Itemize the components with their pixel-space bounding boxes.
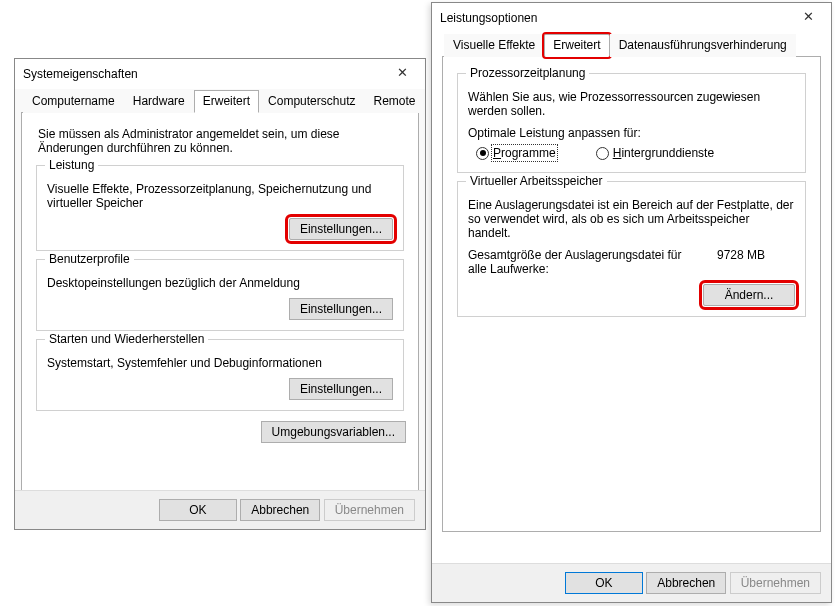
group-title-starten: Starten und Wiederherstellen bbox=[45, 332, 208, 346]
tab-dep[interactable]: Datenausführungsverhinderung bbox=[610, 34, 796, 57]
tab-computername[interactable]: Computername bbox=[23, 90, 124, 113]
performance-options-window: Leistungsoptionen ✕ Visuelle Effekte Erw… bbox=[431, 2, 832, 603]
vmem-desc: Eine Auslagerungsdatei ist ein Bereich a… bbox=[468, 198, 795, 240]
group-benutzerprofile: Benutzerprofile Desktopeinstellungen bez… bbox=[36, 259, 404, 331]
group-starten: Starten und Wiederherstellen Systemstart… bbox=[36, 339, 404, 411]
radio-icon bbox=[476, 147, 489, 160]
group-desc-benutzerprofile: Desktopeinstellungen bezüglich der Anmel… bbox=[47, 276, 393, 290]
group-desc-leistung: Visuelle Effekte, Prozessorzeitplanung, … bbox=[47, 182, 393, 210]
close-icon[interactable]: ✕ bbox=[786, 3, 831, 31]
ok-button[interactable]: OK bbox=[565, 572, 643, 594]
env-variables-button[interactable]: Umgebungsvariablen... bbox=[261, 421, 406, 443]
group-title-vmem: Virtueller Arbeitsspeicher bbox=[466, 174, 607, 188]
titlebar-sysprops[interactable]: Systemeigenschaften ✕ bbox=[15, 59, 425, 89]
settings-button-leistung[interactable]: Einstellungen... bbox=[289, 218, 393, 240]
settings-button-benutzerprofile[interactable]: Einstellungen... bbox=[289, 298, 393, 320]
group-virtueller-speicher: Virtueller Arbeitsspeicher Eine Auslager… bbox=[457, 181, 806, 317]
admin-note: Sie müssen als Administrator angemeldet … bbox=[38, 127, 402, 155]
cpu-desc: Wählen Sie aus, wie Prozessorressourcen … bbox=[468, 90, 795, 118]
cpu-opt-label: Optimale Leistung anpassen für: bbox=[468, 126, 795, 140]
group-leistung: Leistung Visuelle Effekte, Prozessorzeit… bbox=[36, 165, 404, 251]
ok-button[interactable]: OK bbox=[159, 499, 237, 521]
tab-hardware[interactable]: Hardware bbox=[124, 90, 194, 113]
tab-erweitert-perf[interactable]: Erweitert bbox=[544, 34, 609, 57]
perfopts-content: Prozessorzeitplanung Wählen Sie aus, wie… bbox=[442, 57, 821, 532]
close-icon[interactable]: ✕ bbox=[380, 59, 425, 87]
group-title-benutzerprofile: Benutzerprofile bbox=[45, 252, 134, 266]
apply-button: Übernehmen bbox=[730, 572, 821, 594]
radio-programme[interactable]: Programme bbox=[476, 146, 556, 160]
window-title: Systemeigenschaften bbox=[23, 67, 138, 81]
vmem-size-value: 9728 MB bbox=[717, 248, 795, 276]
radio-icon bbox=[596, 147, 609, 160]
cancel-button[interactable]: Abbrechen bbox=[240, 499, 320, 521]
window-title-perfopts: Leistungsoptionen bbox=[440, 11, 537, 25]
perfopts-tabs: Visuelle Effekte Erweitert Datenausführu… bbox=[442, 33, 821, 57]
group-title-cpu: Prozessorzeitplanung bbox=[466, 66, 589, 80]
cancel-button[interactable]: Abbrechen bbox=[646, 572, 726, 594]
perfopts-footer: OK Abbrechen Übernehmen bbox=[432, 563, 831, 602]
radio-programme-label: Programme bbox=[493, 146, 556, 160]
group-desc-starten: Systemstart, Systemfehler und Debuginfor… bbox=[47, 356, 393, 370]
tab-computerschutz[interactable]: Computerschutz bbox=[259, 90, 364, 113]
tab-remote[interactable]: Remote bbox=[364, 90, 424, 113]
group-title-leistung: Leistung bbox=[45, 158, 98, 172]
titlebar-perfopts[interactable]: Leistungsoptionen ✕ bbox=[432, 3, 831, 33]
sysprops-content: Sie müssen als Administrator angemeldet … bbox=[21, 113, 419, 527]
group-prozessorzeitplanung: Prozessorzeitplanung Wählen Sie aus, wie… bbox=[457, 73, 806, 173]
tab-erweitert[interactable]: Erweitert bbox=[194, 90, 259, 113]
apply-button: Übernehmen bbox=[324, 499, 415, 521]
radio-hintergrunddienste[interactable]: Hintergrunddienste bbox=[596, 146, 714, 160]
sysprops-footer: OK Abbrechen Übernehmen bbox=[15, 490, 425, 529]
sysprops-tabs: Computername Hardware Erweitert Computer… bbox=[21, 89, 419, 113]
radio-hintergrund-label: Hintergrunddienste bbox=[613, 146, 714, 160]
tab-visuelle-effekte[interactable]: Visuelle Effekte bbox=[444, 34, 544, 57]
vmem-size-label: Gesamtgröße der Auslagerungsdatei für al… bbox=[468, 248, 688, 276]
settings-button-starten[interactable]: Einstellungen... bbox=[289, 378, 393, 400]
change-button-vmem[interactable]: Ändern... bbox=[703, 284, 795, 306]
system-properties-window: Systemeigenschaften ✕ Computername Hardw… bbox=[14, 58, 426, 530]
